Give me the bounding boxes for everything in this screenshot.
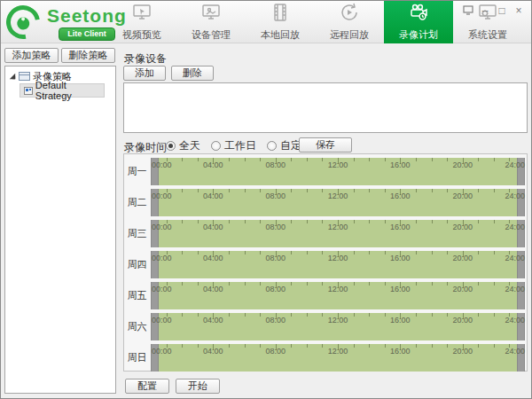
hour-tick bbox=[385, 313, 386, 317]
time-mark: 20:00 bbox=[452, 347, 473, 356]
hour-tick bbox=[198, 282, 199, 286]
hour-tick bbox=[416, 220, 417, 223]
tab-label: 系统设置 bbox=[468, 28, 507, 42]
schedule-bar[interactable]: 00:0004:0008:0012:0016:0020:0024:00 bbox=[151, 251, 525, 278]
hour-tick bbox=[245, 220, 246, 223]
fullscreen-icon[interactable] bbox=[463, 3, 473, 19]
hour-tick bbox=[494, 251, 495, 254]
time-mark: 20:00 bbox=[452, 285, 473, 293]
time-mark: 08:00 bbox=[265, 316, 286, 325]
device-list[interactable] bbox=[123, 82, 528, 133]
record-time-options: 全天 工作日 自定义 bbox=[166, 138, 312, 153]
schedule-bar[interactable]: 00:0004:0008:0012:0016:0020:0024:00 bbox=[151, 158, 525, 185]
hour-tick bbox=[198, 158, 199, 161]
hour-tick bbox=[494, 313, 495, 317]
hour-tick bbox=[322, 313, 323, 317]
schedule-bar[interactable]: 00:0004:0008:0012:0016:0020:0024:00 bbox=[151, 282, 525, 309]
time-mark: 16:00 bbox=[390, 347, 411, 356]
schedule-bar[interactable]: 00:0004:0008:0012:0016:0020:0024:00 bbox=[151, 220, 525, 247]
time-mark: 16:00 bbox=[390, 285, 411, 293]
tab-video-preview[interactable]: 视频预览 bbox=[107, 1, 176, 43]
save-button[interactable]: 保存 bbox=[299, 137, 352, 153]
time-mark: 20:00 bbox=[452, 192, 473, 200]
nav-tabs: 视频预览 设备管理 本地回放 bbox=[107, 1, 522, 43]
day-label: 周四 bbox=[124, 250, 150, 278]
hour-tick bbox=[494, 189, 495, 192]
time-mark: 04:00 bbox=[203, 347, 223, 356]
schedule-row: 周三00:0004:0008:0012:0016:0020:0024:00 bbox=[124, 219, 527, 250]
hour-tick bbox=[245, 313, 246, 317]
close-button[interactable]: × bbox=[513, 5, 524, 16]
time-mark: 24:00 bbox=[505, 254, 525, 262]
start-button[interactable]: 开始 bbox=[176, 379, 220, 394]
time-mark: 00:00 bbox=[152, 254, 172, 262]
device-manage-icon bbox=[200, 3, 222, 26]
device-delete-button[interactable]: 删除 bbox=[171, 66, 214, 81]
tab-device-manage[interactable]: 设备管理 bbox=[176, 1, 246, 43]
hour-tick bbox=[354, 220, 355, 223]
radio-all-day[interactable]: 全天 bbox=[166, 138, 200, 153]
time-mark: 24:00 bbox=[505, 285, 525, 293]
hour-tick bbox=[182, 282, 183, 286]
hour-tick bbox=[229, 282, 230, 286]
hour-tick bbox=[369, 344, 370, 348]
time-mark: 04:00 bbox=[203, 285, 223, 293]
hour-tick bbox=[229, 313, 230, 317]
radio-icon bbox=[267, 141, 277, 151]
time-mark: 04:00 bbox=[203, 160, 223, 169]
radio-workday[interactable]: 工作日 bbox=[211, 138, 256, 153]
tree-expander-icon[interactable] bbox=[10, 74, 15, 79]
hour-tick bbox=[494, 282, 495, 286]
hour-tick bbox=[416, 158, 417, 161]
hour-tick bbox=[354, 282, 355, 286]
hour-tick bbox=[291, 344, 292, 348]
configure-button[interactable]: 配置 bbox=[125, 379, 169, 394]
window-controls: – □ × bbox=[463, 3, 524, 19]
minimize-button[interactable]: – bbox=[480, 5, 490, 16]
schedule-bar[interactable]: 00:0004:0008:0012:0016:0020:0024:00 bbox=[151, 189, 525, 216]
schedule-bar[interactable]: 00:0004:0008:0012:0016:0020:0024:00 bbox=[151, 344, 525, 372]
hour-tick bbox=[432, 158, 433, 161]
tree-item-default-strategy[interactable]: Default Strategy bbox=[20, 83, 105, 98]
hour-tick bbox=[494, 220, 495, 223]
time-mark: 16:00 bbox=[390, 192, 411, 200]
time-mark: 08:00 bbox=[265, 160, 286, 169]
tab-local-playback[interactable]: 本地回放 bbox=[246, 1, 315, 43]
hour-tick bbox=[198, 344, 199, 348]
maximize-button[interactable]: □ bbox=[497, 5, 507, 16]
time-mark: 12:00 bbox=[328, 285, 348, 293]
radio-label: 工作日 bbox=[224, 138, 256, 153]
tab-label: 设备管理 bbox=[192, 28, 231, 42]
hour-tick bbox=[385, 344, 386, 348]
hour-tick bbox=[229, 158, 230, 161]
time-mark: 04:00 bbox=[203, 254, 223, 262]
time-mark: 04:00 bbox=[203, 223, 223, 231]
device-add-button[interactable]: 添加 bbox=[123, 66, 166, 81]
hour-tick bbox=[245, 251, 246, 254]
hour-tick bbox=[307, 220, 308, 223]
tab-record-plan[interactable]: 录像计划 bbox=[384, 1, 453, 43]
schedule-bar[interactable]: 00:0004:0008:0012:0016:0020:0024:00 bbox=[151, 313, 525, 340]
hour-tick bbox=[385, 189, 386, 192]
hour-tick bbox=[291, 282, 292, 286]
hour-tick bbox=[260, 189, 261, 192]
hour-tick bbox=[478, 251, 479, 254]
hour-tick bbox=[447, 251, 448, 254]
add-strategy-button[interactable]: 添加策略 bbox=[4, 48, 59, 63]
hour-tick bbox=[494, 344, 495, 348]
hour-tick bbox=[369, 313, 370, 317]
hour-tick bbox=[322, 251, 323, 254]
hour-tick bbox=[478, 220, 479, 223]
day-label: 周一 bbox=[124, 157, 150, 185]
hour-tick bbox=[291, 313, 292, 317]
hour-tick bbox=[369, 220, 370, 223]
tab-remote-playback[interactable]: 远程回放 bbox=[315, 1, 384, 43]
hour-tick bbox=[307, 251, 308, 254]
hour-tick bbox=[432, 251, 433, 254]
delete-strategy-button[interactable]: 删除策略 bbox=[61, 48, 115, 63]
hour-tick bbox=[432, 189, 433, 192]
hour-tick bbox=[478, 344, 479, 348]
time-mark: 12:00 bbox=[328, 160, 348, 169]
hour-tick bbox=[385, 251, 386, 254]
hour-tick bbox=[416, 282, 417, 286]
